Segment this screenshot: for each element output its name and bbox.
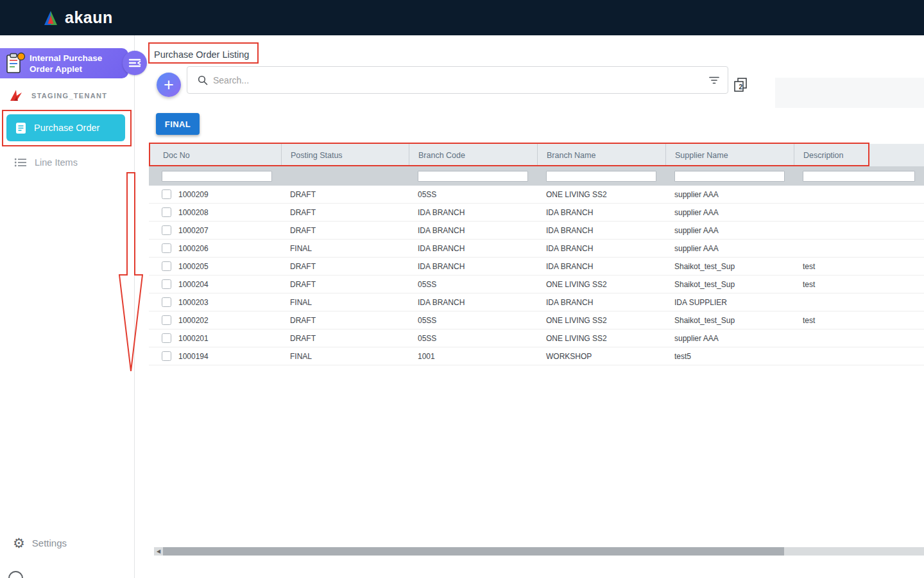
row-checkbox[interactable] [162,279,171,289]
filter-input-branch-name[interactable] [546,171,656,182]
row-checkbox[interactable] [162,243,171,253]
table-row[interactable]: 1000205 DRAFT IDA BRANCH IDA BRANCH Shai… [149,258,924,276]
row-checkbox[interactable] [162,261,171,271]
cell-branch-code: IDA BRANCH [409,262,537,271]
cell-supplier-name: supplier AAA [665,190,794,199]
cell-branch-code: IDA BRANCH [409,244,537,253]
table-row[interactable]: 1000208 DRAFT IDA BRANCH IDA BRANCH supp… [149,204,924,222]
filter-input-supplier-name[interactable] [674,171,785,182]
cell-doc-no: 1000204 [178,280,209,289]
cell-supplier-name: Shaikot_test_Sup [665,316,794,325]
cell-doc-no: 1000206 [178,244,209,253]
filter-input-description[interactable] [803,171,915,182]
cell-branch-code: IDA BRANCH [409,208,537,217]
row-checkbox[interactable] [162,351,171,361]
cell-posting-status: DRAFT [281,208,409,217]
filter-icon[interactable] [708,75,720,85]
top-bar: akaun [0,0,924,35]
gear-icon: ⚙ [13,536,25,550]
row-checkbox[interactable] [162,297,171,307]
cell-posting-status: DRAFT [281,334,409,343]
akaun-logo-icon [42,10,59,26]
table-row[interactable]: 1000209 DRAFT 05SS ONE LIVING SS2 suppli… [149,186,924,204]
cell-doc-no: 1000202 [178,316,209,325]
records-count: 2 [739,83,743,91]
sidebar-item-label: Purchase Order [34,123,99,133]
cell-branch-code: 05SS [409,334,537,343]
row-checkbox[interactable] [162,225,171,235]
table-row[interactable]: 1000203 FINAL IDA BRANCH IDA BRANCH IDA … [149,293,924,311]
scrollbar-left-arrow[interactable]: ◀ [154,547,163,556]
cell-branch-name: IDA BRANCH [537,298,665,307]
add-button[interactable]: + [157,73,181,97]
column-header-posting-status[interactable]: Posting Status [281,144,409,166]
table-header-row: Doc No Posting Status Branch Code Branch… [149,144,924,166]
row-checkbox[interactable] [162,189,171,199]
cell-supplier-name: Shaikot_test_Sup [665,262,794,271]
sidebar-collapse-button[interactable] [123,51,147,75]
row-checkbox[interactable] [162,207,171,217]
sidebar: Internal Purchase Order Applet STAGING_T… [0,35,135,578]
column-header-branch-code[interactable]: Branch Code [409,144,537,166]
table-row[interactable]: 1000194 FINAL 1001 WORKSHOP test5 [149,347,924,365]
column-header-doc-no[interactable]: Doc No [149,144,281,166]
row-checkbox[interactable] [162,333,171,343]
cell-branch-name: IDA BRANCH [537,244,665,253]
cell-branch-code: 05SS [409,316,537,325]
sidebar-item-line-items[interactable]: Line Items [14,157,78,168]
scrollbar-thumb[interactable] [163,547,784,556]
records-count-icon[interactable]: 2 [733,77,748,92]
cell-supplier-name: Shaikot_test_Sup [665,280,794,289]
cell-branch-name: WORKSHOP [537,352,665,361]
help-circle-icon [8,571,23,578]
cell-branch-name: IDA BRANCH [537,208,665,217]
cell-description: test [794,262,924,271]
filter-input-branch-code[interactable] [418,171,528,182]
cell-branch-code: 1001 [409,352,537,361]
table-row[interactable]: 1000206 FINAL IDA BRANCH IDA BRANCH supp… [149,240,924,258]
status-filter-button[interactable]: FINAL [156,113,200,135]
cell-supplier-name: supplier AAA [665,334,794,343]
cell-branch-code: IDA BRANCH [409,298,537,307]
search-icon [198,75,208,85]
table-row[interactable]: 1000207 DRAFT IDA BRANCH IDA BRANCH supp… [149,222,924,240]
cell-description: test [794,316,924,325]
applet-icon [2,51,26,76]
table-row[interactable]: 1000202 DRAFT 05SS ONE LIVING SS2 Shaiko… [149,311,924,329]
sidebar-item-settings[interactable]: ⚙ Settings [13,536,67,550]
cell-posting-status: DRAFT [281,262,409,271]
cell-branch-name: ONE LIVING SS2 [537,190,665,199]
cell-posting-status: DRAFT [281,280,409,289]
column-header-description[interactable]: Description [794,144,924,166]
table-row[interactable]: 1000201 DRAFT 05SS ONE LIVING SS2 suppli… [149,329,924,347]
cell-branch-name: IDA BRANCH [537,262,665,271]
top-right-panel [775,78,924,108]
applet-header: Internal Purchase Order Applet [0,48,128,78]
horizontal-scrollbar[interactable]: ◀ [154,547,924,556]
cell-branch-code: 05SS [409,280,537,289]
sidebar-item-purchase-order[interactable]: Purchase Order [6,114,125,141]
document-icon [15,122,26,134]
akaun-logo: akaun [0,0,924,35]
cell-supplier-name: supplier AAA [665,244,794,253]
table-row[interactable]: 1000204 DRAFT 05SS ONE LIVING SS2 Shaiko… [149,276,924,293]
column-header-supplier-name[interactable]: Supplier Name [665,144,794,166]
search-box [187,66,728,94]
cell-doc-no: 1000203 [178,298,209,307]
list-icon [14,157,27,168]
sidebar-item-label: Line Items [35,157,78,168]
row-checkbox[interactable] [162,315,171,325]
menu-collapse-icon [128,56,142,70]
tenant-row[interactable]: STAGING_TENANT [9,89,107,103]
cell-description: test [794,280,924,289]
filter-input-doc-no[interactable] [162,171,272,182]
search-input[interactable] [213,75,708,85]
tenant-icon [9,89,23,103]
cell-supplier-name: supplier AAA [665,226,794,235]
table-filter-row [149,166,924,186]
table-body: 1000209 DRAFT 05SS ONE LIVING SS2 suppli… [149,186,924,365]
cell-branch-name: ONE LIVING SS2 [537,316,665,325]
cell-posting-status: FINAL [281,244,409,253]
column-header-branch-name[interactable]: Branch Name [537,144,665,166]
cell-posting-status: FINAL [281,298,409,307]
